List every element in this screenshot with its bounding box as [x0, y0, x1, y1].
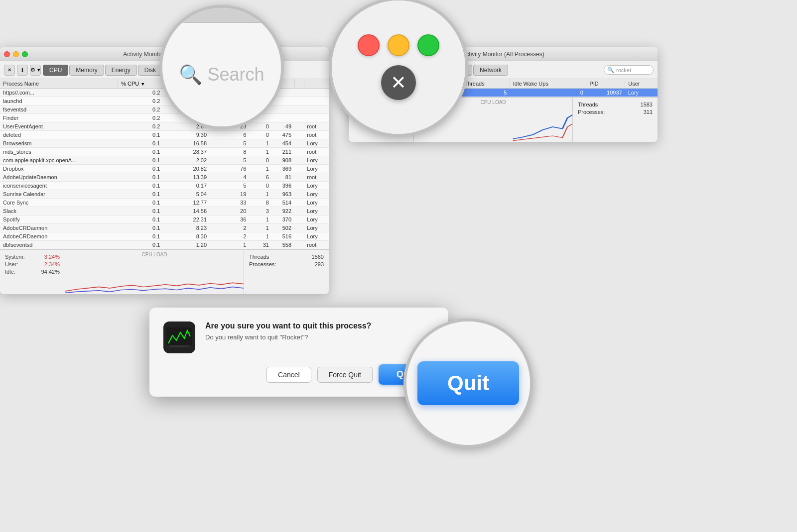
proc-name: Finder — [0, 114, 118, 122]
search-magnify-inner: 🔍 Search — [179, 64, 264, 86]
proc-cpu: 0.1 — [118, 173, 163, 182]
table-row: Sunrise Calendar 0.1 5.04 19 1 963 Lory — [0, 190, 329, 199]
right-threads-section: Threads 1583 Processes: 311 — [573, 98, 658, 142]
proc-idle: 3 — [249, 207, 272, 215]
left-idle-val: 94.42% — [41, 269, 60, 275]
proc-wakes: 516 — [272, 232, 294, 241]
close-x-button[interactable]: ✕ — [381, 65, 416, 100]
proc-cpu: 0.1 — [118, 232, 163, 241]
proc-cpu: 0.1 — [118, 224, 163, 232]
quit-magnify-label: Quit — [417, 361, 519, 405]
left-info-button[interactable]: ℹ — [17, 65, 28, 76]
left-tab-cpu[interactable]: CPU — [43, 65, 68, 76]
right-col-user[interactable]: User — [625, 79, 658, 89]
proc-name: Slack — [0, 207, 118, 215]
left-traffic-lights — [4, 51, 28, 57]
left-gear-button[interactable]: ⚙ ▾ — [30, 65, 41, 76]
traffic-magnify-content: ✕ — [332, 0, 465, 134]
proc-user: Lory — [304, 165, 329, 173]
right-processes-val: 311 — [644, 109, 653, 115]
quit-magnify-content: Quit — [406, 321, 530, 445]
proc-idle: 6 — [249, 173, 272, 182]
proc-cpu: 0.1 — [118, 215, 163, 224]
proc-cpu: 0.2 — [118, 114, 163, 122]
proc-cpu: 0.1 — [118, 241, 163, 249]
proc-user: Lory — [304, 232, 329, 241]
proc-cputime: 0.17 — [163, 182, 210, 190]
left-cpu-load-section: System: 3.24% User: 2.34% Idle: 94.42% C… — [0, 249, 329, 294]
proc-wakes: 81 — [272, 173, 294, 182]
left-threads-val: 1560 — [312, 254, 324, 260]
force-quit-button[interactable]: Force Quit — [317, 367, 373, 383]
right-search-bar[interactable]: 🔍 rocket — [604, 65, 654, 75]
proc-cputime: 22.31 — [163, 215, 210, 224]
proc-threads: 8 — [210, 148, 249, 156]
proc-cpu: 0.2 — [118, 89, 163, 97]
left-stop-button[interactable]: ✕ — [4, 65, 15, 76]
proc-cputime: 13.39 — [163, 173, 210, 182]
proc-cpu: 0.1 — [118, 182, 163, 190]
proc-name: deleted — [0, 131, 118, 139]
proc-cpu: 0.1 — [118, 156, 163, 165]
table-row: Slack 0.1 14.56 20 3 922 Lory — [0, 207, 329, 215]
proc-pid — [294, 148, 304, 156]
col-pid[interactable] — [294, 79, 304, 89]
left-minimize-button[interactable] — [13, 51, 19, 57]
table-row: fseventsd 0.2 5.13 13 — [0, 106, 329, 114]
proc-user — [304, 114, 329, 122]
proc-name: AdobeCRDaemon — [0, 224, 118, 232]
left-tab-energy[interactable]: Energy — [105, 65, 137, 76]
proc-name: dbfseventsd — [0, 241, 118, 249]
col-process-name[interactable]: Process Name — [0, 79, 118, 89]
proc-pid — [294, 97, 304, 106]
magnify-search-circle: 🔍 Search — [159, 5, 284, 129]
table-row: AdobeUpdateDaemon 0.1 13.39 4 6 81 root — [0, 173, 329, 182]
left-close-button[interactable] — [4, 51, 10, 57]
proc-user: Lory — [304, 207, 329, 215]
proc-wakes: 369 — [272, 165, 294, 173]
proc-pid — [294, 139, 304, 148]
proc-threads: 5 — [210, 182, 249, 190]
left-system-val: 3.24% — [44, 254, 60, 260]
magnify-traffic-circle: ✕ — [329, 0, 468, 137]
proc-threads: 5 — [210, 156, 249, 165]
table-row: iconservicesagent 0.1 0.17 5 0 396 Lory — [0, 182, 329, 190]
proc-pid — [294, 199, 304, 207]
right-col-idle-wakes[interactable]: Idle Wake Ups — [510, 79, 586, 89]
proc-user: Lory — [304, 190, 329, 199]
proc-user — [304, 106, 329, 114]
proc-name: com.apple.appkit.xpc.openA... — [0, 156, 118, 165]
proc-wakes: 922 — [272, 207, 294, 215]
right-col-pid[interactable]: PID — [586, 79, 625, 89]
proc-pid — [294, 190, 304, 199]
proc-cpu: 0.1 — [118, 139, 163, 148]
proc-wakes: 963 — [272, 190, 294, 199]
col-cpu[interactable]: % CPU ▼ — [118, 79, 163, 89]
traffic-yellow[interactable] — [388, 34, 409, 56]
right-col-threads[interactable]: Threads — [461, 79, 510, 89]
proc-cpu: 0.1 — [118, 131, 163, 139]
proc-cpu: 0.1 — [118, 190, 163, 199]
left-maximize-button[interactable] — [22, 51, 28, 57]
traffic-red[interactable] — [358, 34, 380, 56]
traffic-green[interactable] — [417, 34, 439, 56]
proc-user — [304, 89, 329, 97]
proc-wakes: 502 — [272, 224, 294, 232]
proc-threads: 33 — [210, 199, 249, 207]
right-tab-network[interactable]: Network — [473, 65, 508, 76]
table-row: Browserism 0.1 16.58 5 1 454 Lory — [0, 139, 329, 148]
left-tab-memory[interactable]: Memory — [69, 65, 104, 76]
col-user[interactable] — [304, 79, 329, 89]
proc-idle: 1 — [249, 148, 272, 156]
search-magnify-text: Search — [207, 64, 264, 85]
proc-threads: 2 — [210, 232, 249, 241]
proc-name: launchd — [0, 97, 118, 106]
proc-threads: 2 — [210, 224, 249, 232]
table-row: launchd 0.2 24.78 4 — [0, 97, 329, 106]
left-tab-disk[interactable]: Disk — [138, 65, 162, 76]
cancel-button[interactable]: Cancel — [266, 367, 311, 383]
proc-threads: 20 — [210, 207, 249, 215]
proc-pid — [294, 122, 304, 131]
left-system-label: System: — [5, 254, 25, 260]
proc-pid — [294, 224, 304, 232]
